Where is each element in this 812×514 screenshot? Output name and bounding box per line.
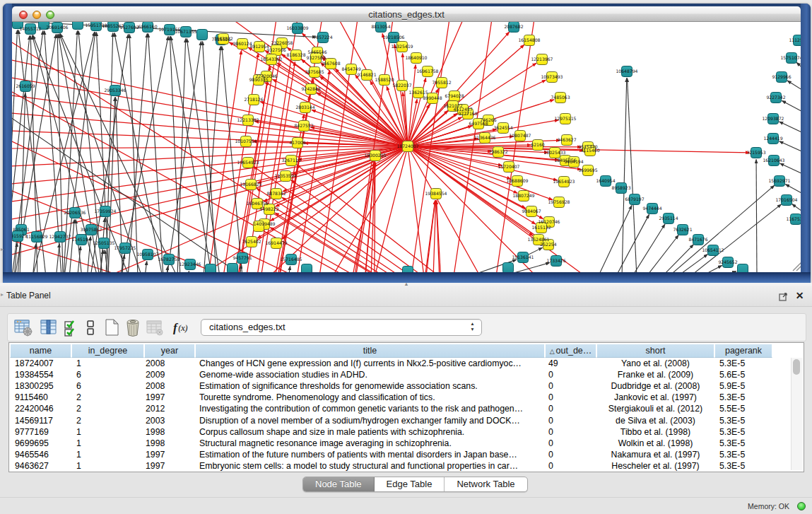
network-graph[interactable]: 1405571220691406159517191085526715276026…: [12, 22, 801, 272]
cell-out_de: 0: [548, 404, 596, 414]
select-columns-icon[interactable]: [63, 317, 81, 340]
graph-node[interactable]: [503, 263, 514, 273]
graph-node-label: 9457791: [233, 255, 252, 260]
window-resize-grip-icon[interactable]: [793, 262, 801, 271]
row-height-icon[interactable]: [84, 317, 97, 340]
cell-short: Stergiakouli et al. (2012): [596, 404, 714, 414]
cell-name: 22420046: [15, 404, 71, 414]
cell-short: Dudbridge et al. (2008): [596, 381, 714, 391]
graph-node-label: 3915929: [12, 233, 28, 238]
column-header-in_degree[interactable]: in_degree: [71, 344, 144, 358]
cell-name: 9463627: [15, 461, 71, 471]
table-row[interactable]: 2242004622012Investigating the contribut…: [10, 403, 787, 414]
table-vertical-scrollbar[interactable]: [791, 358, 803, 470]
column-header-pagerank[interactable]: pagerank: [714, 344, 772, 358]
cell-out_de: 0: [548, 381, 596, 391]
graph-node-label: 15751074: [780, 55, 801, 60]
graph-node-label: 8878342: [266, 191, 286, 196]
table-selector-dropdown[interactable]: citations_edges.txt ▲▼: [201, 319, 482, 336]
column-header-name[interactable]: name: [10, 344, 71, 358]
graph-node-label: 19654923: [553, 179, 575, 184]
column-header-year[interactable]: year: [144, 344, 195, 358]
graph-node-label: 8813054: [371, 24, 390, 29]
graph-node-label: 20691406: [46, 25, 68, 30]
cell-name: 14569117: [15, 416, 71, 426]
cell-year: 1997: [146, 461, 195, 471]
graph-node-label: 14055712: [19, 26, 41, 31]
cell-year: 1997: [146, 392, 195, 402]
window-border-right: [801, 4, 811, 283]
float-window-icon[interactable]: [779, 292, 788, 301]
scrollbar-thumb[interactable]: [793, 359, 800, 375]
graph-node-label: 18807249: [512, 193, 534, 198]
graph-node-label: 62160: [531, 142, 545, 147]
column-header-short[interactable]: short: [596, 344, 714, 358]
column-header-out_de[interactable]: △out_de…: [545, 344, 596, 358]
table-row[interactable]: 946554611997Estimation of the future num…: [10, 449, 787, 460]
close-panel-icon[interactable]: ✕: [794, 290, 805, 301]
graph-node-label: 9474444: [642, 206, 661, 211]
graph-node-label: 16543362: [260, 57, 282, 62]
graph-node-label: 11325419: [391, 44, 413, 49]
graph-node-label: 16120746: [538, 219, 560, 224]
graph-node-label: 11156829: [25, 234, 47, 239]
graph-node[interactable]: [228, 264, 238, 273]
graph-node-label: 20206536: [64, 210, 86, 215]
graph-node[interactable]: [73, 22, 83, 30]
graph-node[interactable]: [206, 264, 216, 273]
graph-node[interactable]: [302, 264, 312, 273]
graph-node-label: 18640910: [405, 55, 427, 60]
network-view-window: citations_edges.txt 14055712206914061595…: [3, 4, 811, 283]
table-row[interactable]: 1872400712008Changes of HCN gene express…: [10, 358, 787, 369]
function-builder-icon[interactable]: f(x): [172, 317, 193, 340]
cell-in_degree: 1: [76, 358, 144, 368]
tab-node-table[interactable]: Node Table: [303, 477, 375, 491]
cell-pagerank: 5.5E-5: [719, 404, 772, 414]
table-row[interactable]: 969969511998Structural magnetic resonanc…: [10, 438, 787, 449]
graph-node-label: 1588520: [375, 77, 394, 82]
graph-node-label: 12975115: [554, 116, 576, 121]
graph-edge: [263, 207, 664, 272]
cell-pagerank: 5.3E-5: [719, 450, 772, 460]
tab-network-table[interactable]: Network Table: [445, 477, 526, 491]
panel-collapse-chevron-icon[interactable]: ▸: [1, 246, 4, 252]
graph-edge: [632, 224, 665, 272]
cell-pagerank: 5.3E-5: [719, 438, 772, 448]
graph-node-label: 2616059: [16, 83, 35, 88]
graph-node[interactable]: [738, 264, 748, 273]
graph-node-label: 7986322: [488, 149, 507, 154]
graph-node-label: 2803144: [295, 105, 314, 110]
graph-node[interactable]: [403, 267, 413, 273]
panel-edge-chevron-icon[interactable]: ▸: [1, 291, 4, 298]
column-header-label: in_degree: [88, 346, 128, 356]
delete-table-disabled-icon[interactable]: [145, 317, 165, 340]
cell-pagerank: 5.3E-5: [719, 461, 772, 471]
table-row[interactable]: 1456911722003Disruption of a novel membe…: [10, 415, 787, 426]
cell-in_degree: 2: [76, 392, 144, 402]
column-header-title[interactable]: title: [195, 344, 545, 358]
show-columns-icon[interactable]: [39, 317, 59, 340]
network-canvas[interactable]: 1405571220691406159517191085526715276026…: [12, 22, 801, 272]
table-options-icon[interactable]: [13, 317, 33, 340]
new-document-icon[interactable]: [102, 317, 121, 340]
graph-node-label: 7857224: [313, 35, 332, 40]
cell-short: Nakamura et al. (1997): [596, 450, 714, 460]
delete-trash-icon[interactable]: [124, 317, 142, 340]
graph-node[interactable]: [197, 30, 208, 40]
cell-year: 2012: [146, 404, 195, 414]
table-row[interactable]: 977716911998Corpus callosum shape and si…: [10, 426, 787, 438]
graph-node-label: 1527602: [119, 25, 139, 30]
tab-edge-table[interactable]: Edge Table: [375, 477, 445, 491]
window-titlebar[interactable]: citations_edges.txt: [12, 6, 801, 22]
table-row[interactable]: 911546021997Tourette syndrome. Phenomeno…: [10, 392, 787, 403]
cell-in_degree: 1: [76, 450, 144, 460]
table-row[interactable]: 1938455462009Genome-wide association stu…: [10, 369, 787, 380]
graph-node-label: 1112541: [789, 37, 801, 42]
graph-node-label: 8186328: [286, 52, 305, 57]
cell-name: 18300295: [15, 381, 71, 391]
table-row[interactable]: 946362711997Embryonic stem cells: a mode…: [10, 460, 787, 472]
cell-title: Corpus callosum shape and size in male p…: [199, 427, 545, 437]
cell-name: 18724007: [15, 358, 71, 368]
table-row[interactable]: 1830029562008Estimation of significance …: [10, 380, 787, 392]
cell-pagerank: 5.3E-5: [719, 416, 772, 426]
